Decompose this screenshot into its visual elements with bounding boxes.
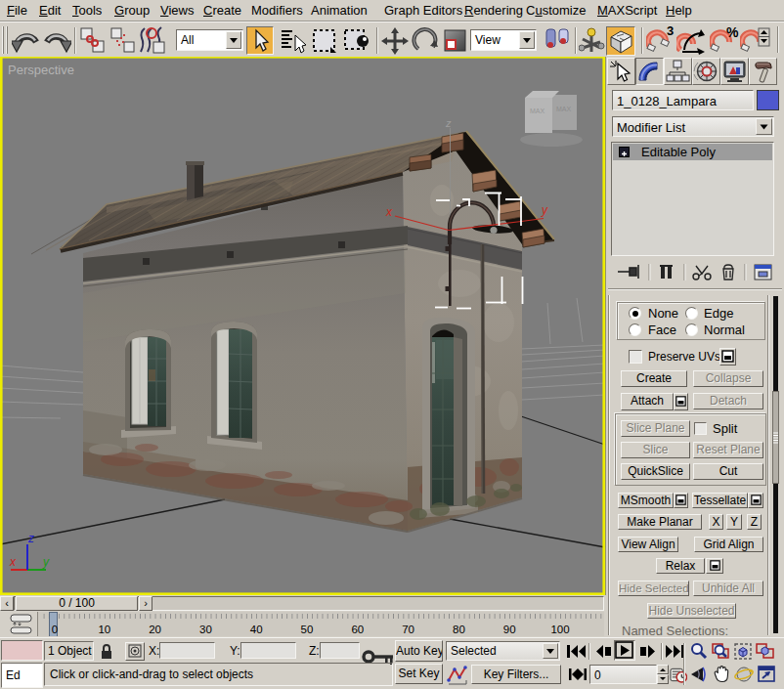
svg-text:z: z xyxy=(445,117,452,129)
svg-text:0: 0 xyxy=(52,624,58,635)
svg-text:x: x xyxy=(385,205,393,219)
svg-text:y: y xyxy=(42,555,50,569)
svg-text:40: 40 xyxy=(250,624,263,635)
svg-text:MAX: MAX xyxy=(556,106,572,112)
svg-text:70: 70 xyxy=(402,624,414,635)
svg-text:60: 60 xyxy=(351,624,364,635)
svg-text:MAX: MAX xyxy=(530,108,545,114)
svg-text:50: 50 xyxy=(301,624,314,635)
svg-text:10: 10 xyxy=(98,624,110,635)
svg-text:30: 30 xyxy=(199,624,212,635)
svg-text:20: 20 xyxy=(149,624,161,635)
svg-text:x: x xyxy=(9,555,17,569)
svg-text:100: 100 xyxy=(550,624,569,635)
svg-text:Perspective: Perspective xyxy=(8,63,74,77)
svg-text:90: 90 xyxy=(503,624,516,635)
svg-text:80: 80 xyxy=(453,624,465,635)
svg-text:z: z xyxy=(27,532,34,545)
svg-text:y: y xyxy=(541,203,548,217)
